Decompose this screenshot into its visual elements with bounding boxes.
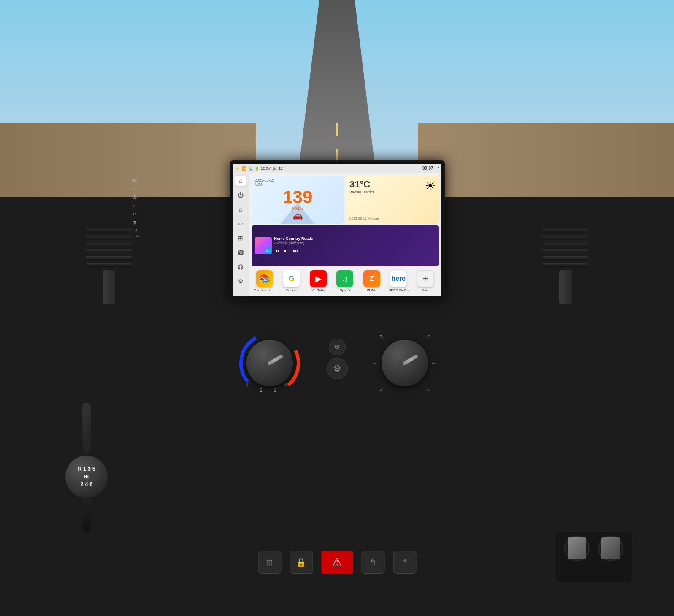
back-button[interactable]: ↩: [435, 166, 439, 171]
sidebar: ⌂ ⏻ ⌂ ↩ ⊞ ☎ 🎧 ⚙: [233, 173, 249, 296]
gear-shift-area: R 1 3 5⊞2 4 6: [65, 403, 108, 532]
gear-stick: [82, 403, 91, 453]
sidebar-nav[interactable]: ⌂: [235, 204, 246, 214]
sidebar-home[interactable]: ⌂: [235, 176, 246, 186]
play-pause-button[interactable]: ⏯: [283, 247, 290, 255]
power-side-button[interactable]: ⏻: [131, 194, 138, 200]
speed-value: 139: [283, 188, 312, 206]
app-zlink[interactable]: Z ZLINK: [361, 270, 383, 292]
app-icon-youtube: ▶: [310, 270, 327, 287]
turn-signal-left-button[interactable]: ↰: [361, 551, 384, 574]
app-one-screen[interactable]: 📚 One screen in...: [254, 270, 276, 292]
music-info: Home Country Roads 小野丽莎 (小野リサ) ⏮ ⏯ ⏭: [274, 236, 436, 255]
app-label-zlink: ZLINK: [361, 288, 383, 292]
vent-slat: [542, 228, 588, 231]
center-console: ⚡ 📶 📡 🔋 12.0V 🔊 12 09:07 ↩ ⌂: [215, 160, 460, 300]
cup-holder-area: [556, 532, 632, 582]
album-art: BT: [255, 237, 272, 254]
app-icon-spotify: ♫: [336, 270, 353, 287]
temp-knob[interactable]: [246, 340, 293, 386]
app-icon-zlink: Z: [363, 270, 380, 287]
hazard-button[interactable]: ⚠: [321, 551, 353, 574]
app-here-wego[interactable]: here HERE WeGo: [387, 270, 409, 292]
hvac-controls: C 2 1 0 ❄ ⚙ ↗ ↖ ↘ ↙ → ←: [215, 308, 460, 418]
sidebar-audio[interactable]: 🎧: [235, 262, 246, 272]
vent-slat: [542, 242, 588, 245]
app-label-one-screen: One screen in...: [254, 288, 276, 292]
weather-widget: 31°C Bao'an District ☀ 2023-06-12 Monday: [346, 176, 439, 224]
fan-knob[interactable]: [382, 340, 428, 386]
rst-button[interactable]: RST: [131, 186, 138, 192]
vent-slat: [86, 256, 132, 260]
time-display: 09:07: [422, 166, 433, 171]
fan-dir-top-right: ↗: [426, 334, 430, 339]
vent-left: [82, 220, 135, 312]
fan-dir-bottom-right: ↘: [426, 387, 430, 393]
app-label-here: HERE WeGo: [387, 288, 409, 292]
app-google[interactable]: G Google: [281, 270, 303, 292]
cup-item-right: [601, 537, 620, 559]
fan-dir-right: →: [431, 360, 436, 366]
weather-top: 31°C Bao'an District ☀: [349, 179, 436, 194]
side-controls-left: MIC RST ⏻ ⌂ ↩ ⊞ 4+ 4-: [131, 177, 139, 238]
prev-button[interactable]: ⏮: [274, 248, 279, 254]
gear-boot: [82, 498, 91, 532]
temp-knob-container: C 2 1 0: [238, 331, 301, 395]
fan-button-main[interactable]: ⚙: [327, 358, 348, 379]
app-label-google: Google: [281, 288, 303, 292]
vent-slat: [86, 249, 132, 252]
fan-dir-top-left: ↖: [379, 334, 384, 339]
music-title: Home Country Roads: [274, 236, 436, 241]
vent-handle-right: [559, 270, 572, 304]
app-label-youtube: YouTube: [307, 288, 329, 292]
app-icon-one-screen: 📚: [256, 270, 273, 287]
next-button[interactable]: ⏭: [293, 248, 298, 254]
music-controls: ⏮ ⏯ ⏭: [274, 247, 436, 255]
home-side-button[interactable]: ⌂: [131, 203, 138, 209]
status-left: ⚡ 📶 📡 🔋 12.0V 🔊 12: [235, 166, 283, 171]
back-side-button[interactable]: ↩: [131, 211, 138, 217]
hazard-icon: ⚠: [332, 555, 342, 569]
fan-knob-wrapper: ↗ ↖ ↘ ↙ → ←: [373, 331, 436, 395]
lock-button[interactable]: 🔒: [290, 551, 313, 574]
bottom-button-row: ⊡ 🔒 ⚠ ↰ ↱: [258, 551, 416, 574]
mic-label: MIC: [131, 177, 138, 183]
fan-controls: ❄ ⚙: [327, 339, 348, 379]
vol-up-label: 4+: [131, 228, 139, 232]
svg-text:C: C: [246, 383, 249, 387]
location: Bao'an District: [349, 190, 374, 194]
sidebar-back[interactable]: ↩: [235, 219, 246, 229]
weather-date: 2023-06-12 Monday: [349, 217, 436, 220]
status-bar: ⚡ 📶 📡 🔋 12.0V 🔊 12 09:07 ↩: [233, 164, 441, 173]
sidebar-phone[interactable]: ☎: [235, 247, 246, 258]
app-youtube[interactable]: ▶ YouTube: [307, 270, 329, 292]
app-more[interactable]: + More: [414, 270, 436, 292]
car-silhouette-icon: 🚗: [292, 210, 303, 220]
vent-right: [539, 220, 592, 312]
vent-slat: [86, 228, 132, 231]
vent-slat: [542, 256, 588, 260]
sidebar-apps[interactable]: ⊞: [235, 233, 246, 243]
music-widget: BT Home Country Roads 小野丽莎 (小野リサ) ⏮ ⏯ ⏭: [252, 225, 439, 267]
vent-slat: [86, 235, 132, 238]
app-icon-here: here: [390, 270, 407, 287]
weather-icon: ☀: [425, 179, 436, 193]
turn-signal-right-button[interactable]: ↱: [393, 551, 416, 574]
wifi-icon: 📶: [242, 166, 246, 171]
sidebar-settings[interactable]: ⚙: [235, 276, 246, 286]
temp-knob-ring: C 2 1 0: [238, 331, 301, 395]
screen-toggle-button[interactable]: ⊡: [258, 551, 281, 574]
screen-bezel: ⚡ 📶 📡 🔋 12.0V 🔊 12 09:07 ↩ ⌂: [230, 160, 445, 300]
vent-slat: [542, 249, 588, 252]
apps-side-button[interactable]: ⊞: [131, 220, 138, 225]
gear-pattern: R 1 3 5⊞2 4 6: [78, 465, 95, 488]
cup-item-left: [568, 537, 586, 559]
app-spotify[interactable]: ♫ Spotify: [334, 270, 356, 292]
bluetooth-icon: ⚡: [235, 166, 240, 171]
date-display: 2023-06-12 MON: [255, 178, 274, 187]
sidebar-power[interactable]: ⏻: [235, 190, 246, 200]
app-icon-more: +: [417, 270, 434, 287]
fan-button-top[interactable]: ❄: [329, 339, 346, 355]
battery-icon: 🔋: [254, 166, 259, 171]
fan-dir-bottom-left: ↙: [379, 387, 384, 393]
